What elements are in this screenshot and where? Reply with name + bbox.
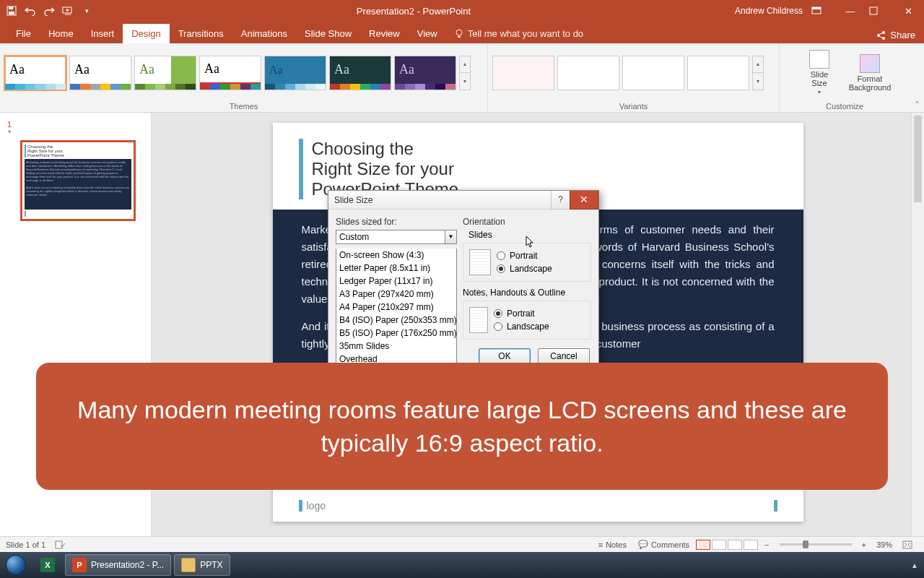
variant-thumb-2[interactable] bbox=[557, 56, 619, 90]
collapse-ribbon-icon[interactable]: ⌃ bbox=[910, 43, 924, 112]
dialog-close-icon[interactable]: ✕ bbox=[570, 191, 598, 210]
slide-thumbnail-1[interactable]: Choosing theRight Size for yourPowerPoin… bbox=[20, 140, 136, 221]
slideshow-view-icon[interactable] bbox=[744, 540, 758, 550]
share-label: Share bbox=[890, 30, 915, 40]
format-background-button[interactable]: Format Background bbox=[847, 54, 892, 92]
vertical-scrollbar[interactable]: ▲ ▼ bbox=[911, 113, 924, 552]
taskbar-item-powerpoint[interactable]: PPresentation2 - P... bbox=[65, 554, 171, 576]
svg-rect-6 bbox=[870, 7, 877, 14]
tab-review[interactable]: Review bbox=[360, 24, 409, 43]
tab-transitions[interactable]: Transitions bbox=[170, 24, 232, 43]
share-icon bbox=[876, 30, 886, 40]
taskbar-item-excel[interactable]: X bbox=[33, 554, 62, 576]
dropdown-option[interactable]: Ledger Paper (11x17 in) bbox=[336, 275, 456, 288]
svg-rect-12 bbox=[903, 541, 912, 548]
comments-button[interactable]: 💬Comments bbox=[632, 540, 695, 549]
dialog-help-icon[interactable]: ? bbox=[551, 191, 570, 210]
svg-point-7 bbox=[456, 30, 462, 35]
reading-view-icon[interactable] bbox=[728, 540, 742, 550]
sized-for-combo[interactable]: Custom ▼ bbox=[336, 230, 457, 244]
taskbar-item-folder[interactable]: PPTX bbox=[174, 554, 230, 576]
taskbar-label: PPTX bbox=[200, 560, 222, 570]
dialog-titlebar[interactable]: Slide Size ? ✕ bbox=[328, 191, 598, 210]
slide-footer: logo bbox=[299, 500, 777, 512]
tab-insert[interactable]: Insert bbox=[82, 24, 123, 43]
start-button[interactable] bbox=[0, 552, 32, 578]
theme-thumb-4[interactable]: Aa bbox=[199, 56, 261, 90]
qat-customize-icon[interactable]: ▾ bbox=[81, 5, 92, 17]
zoom-slider-handle[interactable] bbox=[803, 540, 808, 548]
windows-logo-icon bbox=[6, 555, 26, 575]
notes-portrait-radio[interactable]: Portrait bbox=[494, 309, 549, 319]
landscape-label: Landscape bbox=[510, 264, 552, 274]
tab-animations[interactable]: Animations bbox=[232, 24, 296, 43]
orientation-label: Orientation bbox=[463, 217, 591, 227]
tell-me-box[interactable]: Tell me what you want to do bbox=[446, 24, 592, 43]
scrollbar-thumb[interactable] bbox=[914, 116, 922, 202]
normal-view-icon[interactable] bbox=[696, 540, 710, 550]
theme-thumb-2[interactable]: Aa bbox=[69, 56, 131, 90]
annotation-text: Many modern meeting rooms feature large … bbox=[65, 393, 859, 460]
notes-button[interactable]: ≡Notes bbox=[593, 540, 632, 549]
theme-thumb-5[interactable]: Aa bbox=[264, 56, 326, 90]
tab-view[interactable]: View bbox=[409, 24, 446, 43]
tab-design[interactable]: Design bbox=[123, 24, 169, 43]
slides-orientation-group: Portrait Landscape bbox=[463, 243, 591, 282]
share-button[interactable]: Share bbox=[867, 27, 924, 43]
theme-thumb-1[interactable]: Aa bbox=[4, 56, 66, 90]
landscape-label: Landscape bbox=[507, 322, 549, 332]
slides-portrait-radio[interactable]: Portrait bbox=[497, 251, 552, 261]
tab-home[interactable]: Home bbox=[40, 24, 82, 43]
theme-thumb-3[interactable]: Aa bbox=[134, 56, 196, 90]
slide-footer-right bbox=[770, 500, 777, 512]
zoom-slider[interactable] bbox=[780, 543, 852, 545]
variant-thumb-3[interactable] bbox=[622, 56, 684, 90]
save-icon[interactable] bbox=[6, 5, 17, 17]
theme-thumb-7[interactable]: Aa bbox=[394, 56, 456, 90]
fit-to-window-icon[interactable] bbox=[897, 540, 918, 549]
undo-icon[interactable] bbox=[25, 5, 36, 17]
slide-indicator[interactable]: Slide 1 of 1 bbox=[6, 540, 45, 549]
tab-file[interactable]: File bbox=[7, 24, 40, 43]
taskbar-label: Presentation2 - P... bbox=[91, 560, 164, 570]
dropdown-option[interactable]: B4 (ISO) Paper (250x353 mm) bbox=[336, 314, 456, 327]
cancel-button[interactable]: Cancel bbox=[538, 348, 590, 364]
minimize-icon[interactable]: — bbox=[840, 6, 860, 17]
theme-thumb-6[interactable]: Aa bbox=[329, 56, 391, 90]
slides-landscape-radio[interactable]: Landscape bbox=[497, 264, 552, 274]
dropdown-option[interactable]: 35mm Slides bbox=[336, 340, 456, 353]
spellcheck-icon[interactable] bbox=[54, 540, 66, 550]
windows-taskbar: X PPresentation2 - P... PPTX ▲ bbox=[0, 552, 924, 578]
zoom-out-button[interactable]: − bbox=[759, 540, 775, 549]
portrait-label: Portrait bbox=[510, 251, 538, 261]
variant-thumb-1[interactable] bbox=[492, 56, 554, 90]
maximize-icon[interactable] bbox=[869, 7, 889, 15]
zoom-percent[interactable]: 39% bbox=[872, 540, 897, 549]
dropdown-option[interactable]: On-screen Show (4:3) bbox=[336, 249, 456, 262]
dialog-title: Slide Size bbox=[334, 195, 551, 205]
user-name[interactable]: Andrew Childress bbox=[735, 6, 803, 16]
zoom-in-button[interactable]: + bbox=[856, 540, 872, 549]
variant-thumb-4[interactable] bbox=[687, 56, 749, 90]
themes-group-label: Themes bbox=[0, 102, 487, 112]
variants-more-button[interactable]: ▴▾ bbox=[752, 56, 764, 90]
dropdown-option[interactable]: B5 (ISO) Paper (176x250 mm) bbox=[336, 327, 456, 340]
combo-dropdown-icon[interactable]: ▼ bbox=[445, 230, 456, 243]
redo-icon[interactable] bbox=[43, 5, 55, 17]
dropdown-option[interactable]: A3 Paper (297x420 mm) bbox=[336, 288, 456, 301]
chevron-down-icon: ▾ bbox=[818, 89, 821, 95]
slide-size-button[interactable]: Slide Size ▾ bbox=[797, 50, 842, 95]
tab-slide-show[interactable]: Slide Show bbox=[296, 24, 360, 43]
close-icon[interactable]: ✕ bbox=[898, 6, 918, 17]
slide-size-icon bbox=[809, 50, 829, 69]
slide-sorter-view-icon[interactable] bbox=[712, 540, 726, 550]
ok-button[interactable]: OK bbox=[479, 348, 531, 364]
dropdown-option[interactable]: A4 Paper (210x297 mm) bbox=[336, 301, 456, 314]
show-hidden-icons-icon[interactable]: ▲ bbox=[911, 561, 924, 569]
themes-more-button[interactable]: ▴▾ bbox=[459, 56, 471, 90]
start-from-beginning-icon[interactable] bbox=[62, 5, 74, 17]
dropdown-option[interactable]: Letter Paper (8.5x11 in) bbox=[336, 262, 456, 275]
ribbon-options-icon[interactable] bbox=[811, 7, 832, 15]
notes-landscape-radio[interactable]: Landscape bbox=[494, 322, 549, 332]
svg-rect-5 bbox=[812, 7, 821, 9]
